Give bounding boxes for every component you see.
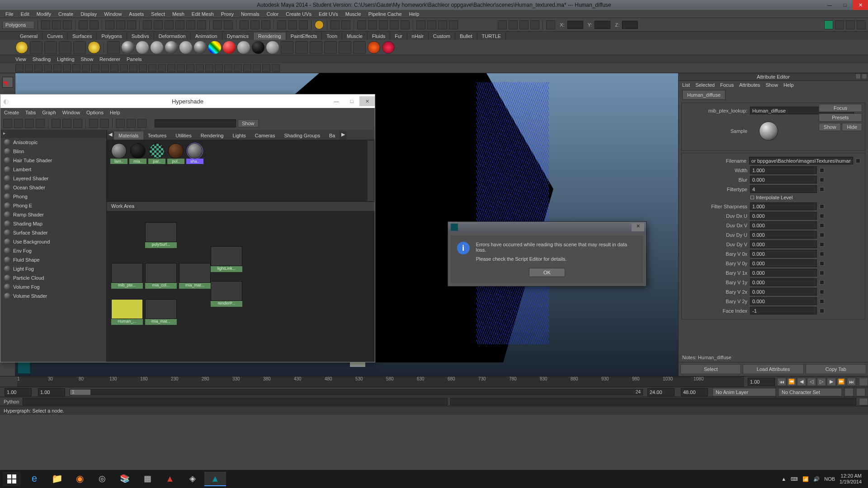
shader-item[interactable]: Shading Map	[0, 219, 106, 228]
hs-graph-both-icon[interactable]	[73, 119, 82, 128]
hs-tab-left-icon[interactable]: ◀	[107, 131, 114, 140]
render-settings-icon[interactable]	[261, 20, 270, 29]
hs-rearrange-icon[interactable]	[100, 119, 109, 128]
viewtool-icon-23[interactable]	[234, 64, 242, 72]
hs-tool-3-icon[interactable]	[25, 119, 34, 128]
shelf-tab-painteffects[interactable]: PaintEffects	[286, 33, 322, 40]
hs-bin-tab[interactable]: Shading Groups	[279, 131, 325, 140]
hs-graph-out-icon[interactable]	[62, 119, 71, 128]
f-icon[interactable]	[416, 20, 425, 29]
viewtool-icon-21[interactable]	[215, 64, 223, 72]
shelf-tab-dynamics[interactable]: Dynamics	[222, 33, 254, 40]
playback-end-input[interactable]	[647, 388, 675, 396]
shader-item[interactable]: Fluid Shape	[0, 255, 106, 264]
shader-node[interactable]: Human_...	[111, 299, 143, 325]
tray-clock[interactable]: 12:20 AM 1/19/2014	[840, 473, 865, 485]
hs-show-button[interactable]: Show	[238, 119, 259, 127]
hs-min-button[interactable]: —	[329, 96, 344, 106]
hs-tool-4-icon[interactable]	[36, 119, 45, 128]
ae-menu-attributes[interactable]: Attributes	[739, 82, 760, 88]
mat-5-icon[interactable]	[179, 41, 192, 54]
viewtool-icon-19[interactable]	[196, 64, 204, 72]
input-abs-icon[interactable]	[288, 20, 297, 29]
anim-layer-dropdown[interactable]: No Anim Layer	[712, 388, 776, 396]
shader-item[interactable]: Anisotropic	[0, 138, 106, 147]
shader-item[interactable]: Ocean Shader	[0, 183, 106, 192]
shader-item[interactable]: Phong E	[0, 201, 106, 210]
shader-item[interactable]: Blinn	[0, 147, 106, 156]
play-back-button[interactable]: ◁	[807, 378, 816, 386]
attr-map-button[interactable]	[820, 280, 824, 285]
focus-button[interactable]: Focus	[819, 104, 862, 112]
viewtool-icon-20[interactable]	[205, 64, 213, 72]
menu-muscle[interactable]: Muscle	[342, 11, 365, 17]
hs-bin-tab[interactable]: Textures	[143, 131, 171, 140]
shader-item[interactable]: Volume Fog	[0, 282, 106, 291]
attr-input[interactable]	[750, 288, 817, 296]
shelf-tab-fur[interactable]: Fur	[390, 33, 407, 40]
menu-proxy[interactable]: Proxy	[217, 11, 237, 17]
attr-map-button[interactable]	[820, 309, 824, 313]
hs-bin-tab[interactable]: Materials	[114, 131, 143, 140]
shader-item[interactable]: Env Fog	[0, 246, 106, 255]
taskbar-app1-icon[interactable]: ▦	[137, 472, 158, 486]
menu-display[interactable]: Display	[77, 11, 100, 17]
tray-keyboard-icon[interactable]: ⌨	[791, 476, 798, 482]
taskbar-app2-icon[interactable]: ◈	[182, 472, 203, 486]
tray-volume-icon[interactable]: 🔊	[813, 476, 820, 482]
hs-bin-tab[interactable]: Utilities	[171, 131, 196, 140]
shelf-tab-nhair[interactable]: nHair	[407, 33, 429, 40]
viewtool-icon-12[interactable]	[129, 64, 137, 72]
attr-input[interactable]	[750, 212, 817, 220]
start-button[interactable]	[3, 472, 21, 486]
viewtool-icon-0[interactable]	[15, 64, 24, 72]
ae-min-icon[interactable]	[855, 74, 861, 79]
shader-item[interactable]: Ramp Shader	[0, 210, 106, 219]
tex-2-icon[interactable]	[295, 41, 308, 54]
shader-item[interactable]: Lambert	[0, 165, 106, 174]
attr-map-button[interactable]	[820, 242, 824, 247]
taskbar-maya-icon[interactable]: ▲	[159, 472, 181, 486]
mat-4-icon[interactable]	[165, 41, 178, 54]
select-tool[interactable]	[2, 77, 13, 88]
shelf-tab-muscle[interactable]: Muscle	[342, 33, 368, 40]
hs-graph-in-icon[interactable]	[52, 119, 61, 128]
layout-4-icon[interactable]	[857, 20, 866, 29]
hs-show-top-icon[interactable]	[116, 119, 125, 128]
node-tab[interactable]: Human_diffuse	[682, 90, 726, 100]
menu-mesh[interactable]: Mesh	[169, 11, 188, 17]
menu-edit-mesh[interactable]: Edit Mesh	[188, 11, 217, 17]
hs-menu-options[interactable]: Options	[86, 110, 104, 115]
module-dropdown[interactable]: Polygons	[2, 21, 34, 29]
viewtool-icon-17[interactable]	[177, 64, 185, 72]
attr-input[interactable]	[750, 269, 817, 277]
attr-input[interactable]	[750, 307, 817, 314]
ae-menu-show[interactable]: Show	[765, 82, 778, 88]
go-end-button[interactable]: ⏭	[847, 378, 856, 386]
playback-start-input[interactable]	[38, 388, 65, 396]
new-scene-icon[interactable]	[41, 20, 50, 29]
tray-overflow-icon[interactable]: ▲	[781, 476, 786, 482]
hs-breadcrumb[interactable]: ▸	[0, 130, 106, 138]
snap-plane-icon[interactable]	[175, 20, 184, 29]
viewtool-icon-26[interactable]	[262, 64, 270, 72]
step-back-button[interactable]: ◀	[797, 378, 806, 386]
viewmenu-lighting[interactable]: Lighting	[57, 56, 75, 62]
hs-menu-graph[interactable]: Graph	[42, 110, 56, 115]
snap-live-icon[interactable]	[186, 20, 195, 29]
menu-file[interactable]: File	[2, 11, 17, 17]
hs-show-bottom-icon[interactable]	[127, 119, 136, 128]
g-icon[interactable]	[427, 20, 436, 29]
j-icon[interactable]	[498, 20, 507, 29]
shelf-tab-animation[interactable]: Animation	[191, 33, 222, 40]
z-input[interactable]	[622, 21, 638, 29]
viewmenu-show[interactable]: Show	[81, 56, 94, 62]
material-thumb[interactable]: pol..	[167, 143, 184, 164]
range-slider[interactable]: 1 24	[70, 389, 643, 395]
mat-1-icon[interactable]	[122, 41, 134, 54]
char-set-dropdown[interactable]: No Character Set	[778, 388, 842, 396]
viewtool-icon-7[interactable]	[82, 64, 90, 72]
undo-icon[interactable]	[79, 20, 88, 29]
hs-menu-help[interactable]: Help	[110, 110, 120, 115]
hs-menu-tabs[interactable]: Tabs	[25, 110, 36, 115]
